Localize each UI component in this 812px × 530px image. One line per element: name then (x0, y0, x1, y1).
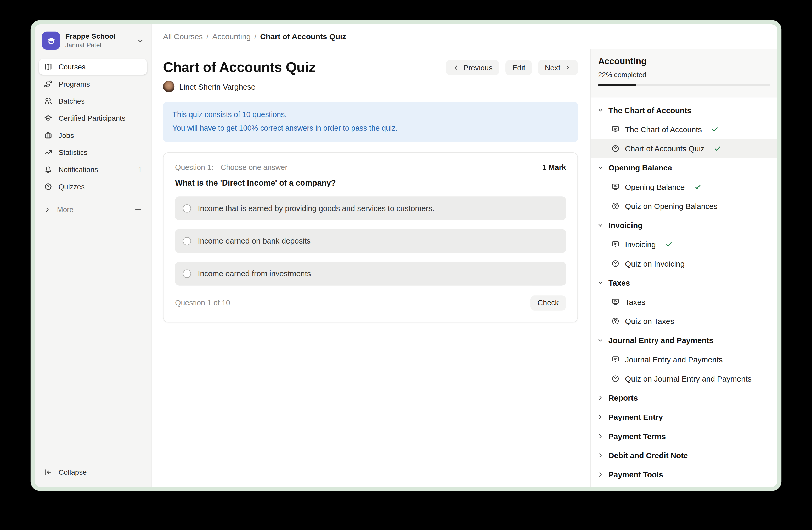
check-label: Check (538, 298, 559, 307)
answer-option-3[interactable]: Income earned from investments (175, 262, 566, 285)
book-open-icon (44, 63, 52, 71)
previous-label: Previous (463, 64, 493, 72)
plus-icon[interactable] (134, 206, 142, 213)
outline-item-quiz-on-opening-balances[interactable]: Quiz on Opening Balances (591, 196, 778, 215)
check-button[interactable]: Check (530, 295, 566, 310)
sidebar-item-courses[interactable]: Courses (39, 59, 147, 75)
radio-button[interactable] (183, 204, 191, 212)
outline-item-label: Journal Entry and Payments (625, 355, 723, 364)
quiz-item-icon-wrap (611, 259, 620, 268)
course-outline-header: Accounting 22% completed (591, 49, 778, 97)
sidebar-item-more[interactable]: More (39, 201, 147, 217)
outline-item-taxes[interactable]: Taxes (591, 292, 778, 311)
video-lesson-icon-wrap (611, 240, 620, 249)
notice-line-2: You will have to get 100% correct answer… (172, 122, 568, 135)
chevron-right-icon (597, 433, 604, 440)
chevron-down-icon-wrap (597, 279, 604, 286)
right-pane: All Courses/Accounting/Chart of Accounts… (152, 24, 777, 487)
outline-item-chart-of-accounts-quiz[interactable]: Chart of Accounts Quiz (591, 139, 778, 158)
outline-item-invoicing[interactable]: Invoicing (591, 235, 778, 254)
outline-section-title: Payment Terms (608, 432, 666, 441)
help-circle-icon-wrap (44, 182, 52, 191)
chevron-right-icon (44, 206, 51, 213)
answer-option-2[interactable]: Income earned on bank deposits (175, 229, 566, 253)
sidebar-item-notifications[interactable]: Notifications1 (39, 162, 147, 177)
chevron-right-icon (597, 394, 604, 401)
main-content: Chart of Accounts Quiz Previous Edit (152, 49, 591, 487)
previous-button[interactable]: Previous (446, 60, 499, 75)
breadcrumb-link-accounting[interactable]: Accounting (212, 32, 251, 41)
sidebar-item-statistics[interactable]: Statistics (39, 144, 147, 160)
chevron-down-icon (597, 165, 604, 171)
breadcrumb-separator: / (206, 32, 208, 41)
outline-section-title: Invoicing (608, 221, 642, 229)
course-completed-label: 22% completed (598, 71, 770, 79)
question-instruction: Choose one answer (221, 163, 288, 171)
quiz-item-icon (611, 317, 620, 326)
author-name: Linet Sherin Varghese (179, 82, 256, 91)
quiz-item-icon (611, 201, 620, 211)
next-button[interactable]: Next (538, 60, 578, 75)
radio-button[interactable] (183, 237, 191, 245)
lms-app: Frappe School Jannat Patel CoursesProgra… (35, 24, 778, 487)
outline-section-payment-tools[interactable]: Payment Tools (591, 465, 778, 484)
workspace-switcher[interactable]: Frappe School Jannat Patel (39, 30, 147, 52)
outline-section-payment-terms[interactable]: Payment Terms (591, 427, 778, 446)
outline-section-opening-balance[interactable]: Opening Balance (591, 158, 778, 177)
sidebar-item-batches[interactable]: Batches (39, 93, 147, 109)
sidebar-item-label: Quizzes (59, 182, 85, 191)
question-text: What is the 'Direct Income' of a company… (175, 178, 566, 187)
outline-item-label: Quiz on Opening Balances (625, 201, 717, 211)
video-lesson-icon (611, 182, 620, 192)
outline-section-payment-entry[interactable]: Payment Entry (591, 407, 778, 427)
quiz-item-icon (611, 374, 620, 383)
more-label: More (57, 205, 73, 214)
outline-item-opening-balance[interactable]: Opening Balance (591, 177, 778, 196)
outline-item-quiz-on-journal-entry-and-payments[interactable]: Quiz on Journal Entry and Payments (591, 369, 778, 388)
sidebar-item-label: Certified Participants (59, 114, 126, 123)
sidebar-item-jobs[interactable]: Jobs (39, 127, 147, 143)
collapse-sidebar-button[interactable]: Collapse (39, 464, 147, 480)
outline-item-quiz-on-invoicing[interactable]: Quiz on Invoicing (591, 254, 778, 273)
bell-icon (44, 165, 52, 173)
sidebar-item-certified-participants[interactable]: Certified Participants (39, 111, 147, 126)
sidebar-item-programs[interactable]: Programs (39, 76, 147, 92)
workspace-text: Frappe School Jannat Patel (65, 32, 115, 50)
sidebar-item-label: Programs (59, 80, 90, 88)
outline-item-label: Chart of Accounts Quiz (625, 144, 705, 153)
grad-cap-icon (44, 114, 52, 123)
outline-section-taxes[interactable]: Taxes (591, 273, 778, 292)
course-outline-list: The Chart of AccountsThe Chart of Accoun… (591, 97, 778, 487)
flow-icon (44, 80, 52, 88)
outline-item-the-chart-of-accounts[interactable]: The Chart of Accounts (591, 120, 778, 139)
outline-section-the-chart-of-accounts[interactable]: The Chart of Accounts (591, 100, 778, 120)
outline-item-quiz-on-taxes[interactable]: Quiz on Taxes (591, 311, 778, 331)
sidebar-item-quizzes[interactable]: Quizzes (39, 179, 147, 194)
edit-button[interactable]: Edit (505, 60, 532, 75)
chevron-down-icon (597, 279, 604, 286)
outline-section-reports[interactable]: Reports (591, 388, 778, 407)
course-title: Accounting (598, 57, 770, 67)
flow-icon-wrap (44, 80, 52, 88)
page-title: Chart of Accounts Quiz (163, 60, 316, 76)
outline-section-title: Payment Entry (608, 413, 663, 422)
briefcase-icon-wrap (44, 131, 52, 140)
outline-item-label: Quiz on Invoicing (625, 259, 685, 268)
outline-section-title: Taxes (608, 278, 630, 287)
outline-item-journal-entry-and-payments[interactable]: Journal Entry and Payments (591, 350, 778, 369)
answer-option-1[interactable]: Income that is earned by providing goods… (175, 196, 566, 220)
collapse-left-icon (44, 468, 52, 477)
outline-section-journal-entry-and-payments[interactable]: Journal Entry and Payments (591, 331, 778, 350)
trend-up-icon (44, 148, 52, 157)
chevron-right-icon-wrap (597, 452, 604, 459)
outline-section-debit-and-credit-note[interactable]: Debit and Credit Note (591, 446, 778, 465)
question-card: Question 1: Choose one answer 1 Mark Wha… (163, 152, 578, 322)
page-actions: Previous Edit Next (446, 60, 578, 75)
radio-button[interactable] (183, 269, 191, 278)
page-head: Chart of Accounts Quiz Previous Edit (163, 60, 578, 76)
breadcrumb-link-all-courses[interactable]: All Courses (163, 32, 203, 41)
quiz-notice: This quiz consists of 10 questions. You … (163, 102, 578, 142)
video-lesson-icon-wrap (611, 355, 620, 364)
question-marks: 1 Mark (542, 163, 566, 171)
outline-section-invoicing[interactable]: Invoicing (591, 216, 778, 235)
